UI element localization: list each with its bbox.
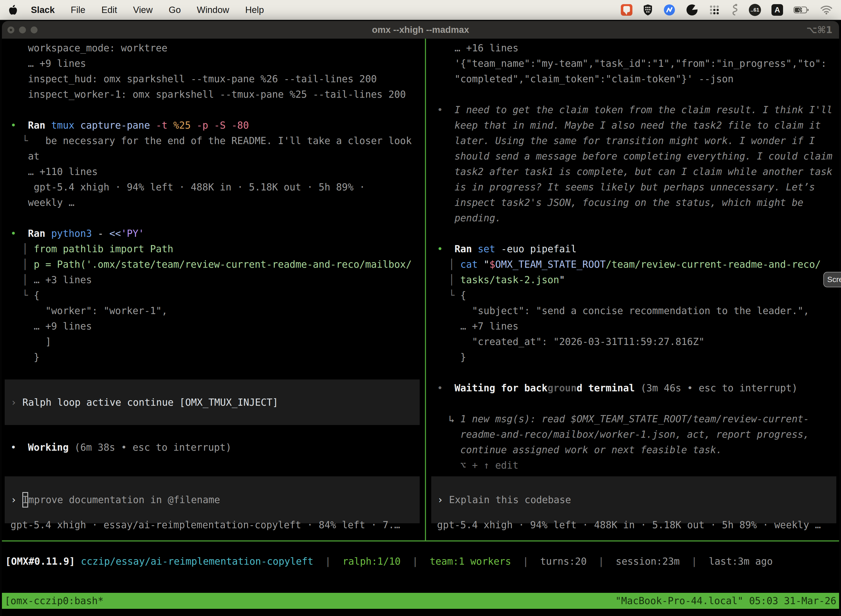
terminal-line: ⌥ + ↑ edit	[437, 458, 839, 473]
terminal-line: pending.	[437, 210, 839, 226]
text-segment: Waiting for back	[443, 383, 547, 393]
text-segment: "worker": "worker-1",	[10, 305, 167, 316]
text-segment: |	[680, 556, 709, 567]
text-segment: (6m 38s • esc to interrupt)	[69, 442, 231, 453]
text-segment: I	[22, 492, 28, 507]
squiggle-icon[interactable]	[731, 4, 738, 16]
terminal-line: weekly …	[10, 195, 422, 210]
shield-icon[interactable]	[643, 4, 653, 16]
text-segment: tasks/task-2.json	[460, 274, 559, 285]
text-segment: -euo pipefail	[495, 243, 577, 254]
text-segment: •	[10, 120, 16, 131]
menu-window[interactable]: Window	[197, 5, 229, 15]
pane-hud[interactable]: workspace_mode: worktree … +9 lines insp…	[2, 39, 422, 540]
pane-divider[interactable]	[422, 39, 428, 540]
text-segment: Explain this codebase	[449, 492, 571, 507]
text-segment: "subject": "send a concise recommendatio…	[437, 305, 809, 316]
text-segment: set	[478, 243, 495, 254]
chat-app-icon[interactable]	[621, 4, 632, 16]
text-segment: •	[437, 383, 443, 393]
worker-prompt-input[interactable]: › Explain this codebase	[431, 476, 836, 523]
status-icons: ..61 A	[621, 4, 833, 16]
omx-session-status-line: [OMX#0.11.9] cczip/essay/ai-reimplementa…	[5, 554, 773, 569]
text-segment: -S	[208, 120, 226, 131]
menu-go[interactable]: Go	[168, 5, 181, 15]
text-segment: … +9 lines	[10, 321, 92, 332]
terminal-line: "worker": "worker-1",	[10, 303, 422, 318]
menu-edit[interactable]: Edit	[101, 5, 117, 15]
hud-prompt-input[interactable]: › Improve documentation in @filename	[5, 476, 420, 523]
text-segment: %25	[167, 120, 190, 131]
terminal-line: later. Using the same for transition mig…	[437, 133, 839, 148]
screen: Slack File Edit View Go Window Help	[0, 0, 841, 616]
terminal-line: readme-and-reco/mailbox/worker-1.json, a…	[437, 427, 839, 442]
battery-icon[interactable]	[794, 6, 810, 14]
text-segment: last:3m ago	[709, 556, 773, 567]
terminal-line: └ be necessary for the end of the README…	[10, 133, 422, 148]
text-segment: │	[10, 243, 34, 254]
text-segment: ↳	[437, 414, 460, 424]
worker-scrollback: … +16 lines '{"team_name":"my-team","tas…	[428, 39, 839, 473]
text-segment: '{"team_name":"my-team","task_id":"1","f…	[437, 58, 827, 69]
text-segment: {	[34, 290, 40, 301]
text-segment: pending.	[437, 213, 501, 224]
terminal-window: omx --xhigh --madmax ⌥⌘1 workspace_mode:…	[2, 21, 839, 616]
tmux-window-label[interactable]: [omx-cczip0:bash*	[5, 593, 104, 609]
terminal-line	[437, 87, 839, 102]
text-segment: task2 after task1 is complete, but can I…	[437, 166, 832, 177]
text-segment: •	[10, 228, 16, 239]
text-segment: -80	[226, 120, 249, 131]
pie-icon[interactable]	[686, 4, 698, 16]
text-segment: ›	[11, 492, 22, 507]
terminal-line: • Ran set -euo pipefail	[437, 241, 839, 257]
menu-help[interactable]: Help	[245, 5, 264, 15]
text-segment: continue assigned work or next feasible …	[437, 444, 722, 455]
pane-worker-1[interactable]: … +16 lines '{"team_name":"my-team","tas…	[428, 39, 839, 540]
hud-model-status-line: gpt-5.4 xhigh · essay/ai-reimplementatio…	[5, 517, 400, 532]
active-app-name[interactable]: Slack	[31, 5, 55, 15]
terminal-line: workspace_mode: worktree	[10, 40, 422, 56]
close-button[interactable]	[7, 26, 14, 34]
blue-badge-icon[interactable]	[663, 4, 675, 16]
terminal-line: "subject": "send a concise recommendatio…	[437, 303, 839, 318]
bottom-pane: [OMX#0.11.9] cczip/essay/ai-reimplementa…	[2, 541, 839, 615]
text-segment: 'PY'	[121, 228, 144, 239]
apple-menu-icon[interactable]	[8, 4, 18, 15]
text-segment: │	[437, 259, 460, 270]
input-source-a-icon[interactable]: A	[771, 4, 783, 16]
screen-share-chip-label: Scre	[827, 275, 841, 284]
text-segment: ›	[437, 492, 449, 507]
text-segment: }	[10, 352, 40, 363]
menu-file[interactable]: File	[70, 5, 85, 15]
window-shortcut-badge: ⌥⌘1	[806, 24, 832, 35]
terminal-line: • Ran tmux capture-pane -t %25 -p -S -80	[10, 117, 422, 133]
terminal-line: ↳ 1 new msg(s): read $OMX_TEAM_STATE_ROO…	[437, 411, 839, 427]
wifi-icon[interactable]	[820, 5, 833, 15]
terminal-line: │ cat "$OMX_TEAM_STATE_ROOT/team/review-…	[437, 257, 839, 272]
text-segment: "completed","claim_token":"claim-token"}…	[437, 73, 734, 84]
minimize-button[interactable]	[19, 26, 26, 34]
text-segment: Ran	[443, 243, 478, 254]
text-segment: └	[10, 135, 28, 146]
text-segment: OMX_TEAM_STATE_ROOT	[495, 259, 606, 270]
menu-view[interactable]: View	[133, 5, 152, 15]
terminal-line: }	[437, 349, 839, 365]
text-segment: }	[437, 352, 466, 363]
text-segment: │	[10, 274, 34, 285]
text-segment: (3m 46s • esc to interrupt)	[634, 383, 797, 393]
terminal-line	[10, 102, 422, 117]
window-title: omx --xhigh --madmax	[2, 25, 839, 35]
text-segment: |	[511, 556, 540, 567]
zoom-button[interactable]	[31, 26, 38, 34]
text-segment: python3	[51, 228, 92, 239]
screen-share-chip[interactable]: Scre	[823, 272, 841, 287]
text-segment: later. Using the same for transition mig…	[437, 135, 815, 146]
text-segment: │	[10, 259, 34, 270]
terminal-line: • I need to get the claim token from the…	[437, 102, 839, 117]
dots-grid-icon[interactable]	[709, 4, 720, 16]
text-segment: readme-and-reco/mailbox/worker-1.json, a…	[437, 429, 809, 440]
terminal-line: at	[10, 148, 422, 164]
terminal-line: │ … +3 lines	[10, 272, 422, 287]
percent-badge-icon[interactable]: ..61	[749, 4, 761, 16]
text-segment: turns:20	[540, 556, 587, 567]
